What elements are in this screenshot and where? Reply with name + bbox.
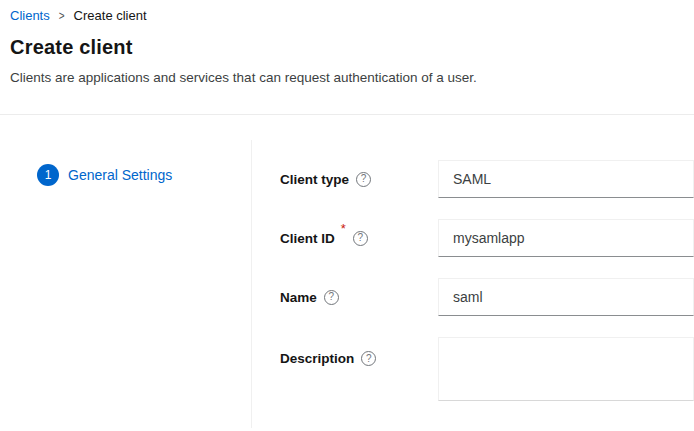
breadcrumb-current: Create client [74,8,147,23]
form-row-description: Description ? [280,337,694,401]
name-label: Name [280,290,317,305]
header-divider [0,114,694,115]
description-help-icon[interactable]: ? [361,351,376,366]
client-id-label-cell: Client ID * ? [280,219,438,257]
name-label-cell: Name ? [280,278,438,316]
description-label: Description [280,351,354,366]
step-label: General Settings [68,167,172,183]
page-subtitle: Clients are applications and services th… [10,70,477,85]
client-id-help-icon[interactable]: ? [353,231,368,246]
breadcrumb-link-clients[interactable]: Clients [10,8,50,23]
wizard-content-divider [251,140,252,428]
required-indicator: * [341,219,346,235]
form-row-client-id: Client ID * ? [280,219,694,257]
client-type-field-cell [438,160,694,198]
client-type-label-cell: Client type ? [280,160,438,198]
name-input[interactable] [438,278,694,316]
client-id-field-cell [438,219,694,257]
client-type-input[interactable] [438,160,694,198]
form-row-name: Name ? [280,278,694,316]
client-type-help-icon[interactable]: ? [356,172,371,187]
general-settings-form: Client type ? Client ID * ? Name ? Descr… [280,160,694,422]
client-id-input[interactable] [438,219,694,257]
breadcrumb: Clients > Create client [10,8,147,23]
wizard-step-general-settings[interactable]: 1 General Settings [37,164,172,186]
description-field-cell [438,337,694,401]
form-row-client-type: Client type ? [280,160,694,198]
description-textarea[interactable] [438,337,694,401]
client-type-label: Client type [280,172,349,187]
breadcrumb-separator-icon: > [59,9,65,22]
name-field-cell [438,278,694,316]
name-help-icon[interactable]: ? [324,290,339,305]
description-label-cell: Description ? [280,337,438,401]
step-number-badge: 1 [37,164,59,186]
page-title: Create client [10,36,133,59]
client-id-label: Client ID [280,231,335,246]
